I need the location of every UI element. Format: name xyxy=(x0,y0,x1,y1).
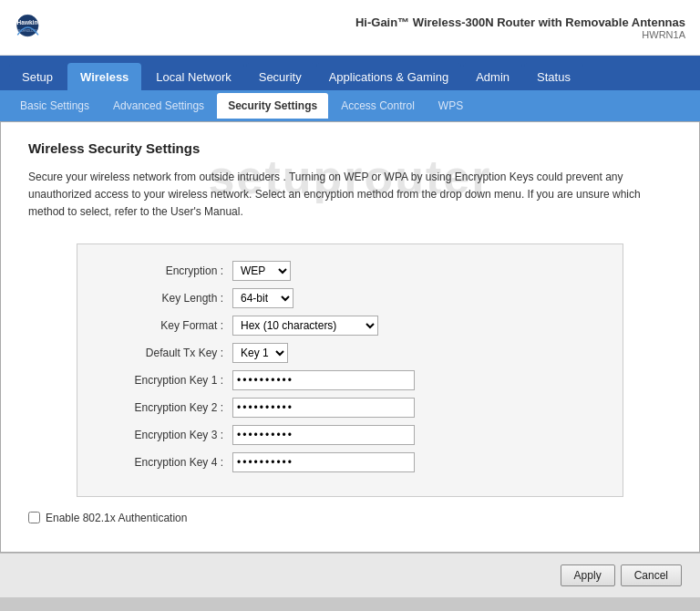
enc-key1-row: Encryption Key 1 : xyxy=(96,370,604,390)
enc-key3-input[interactable] xyxy=(232,425,415,445)
tab-admin[interactable]: Admin xyxy=(463,63,522,90)
device-model: Hi-Gain™ Wireless-300N Router with Remov… xyxy=(355,16,685,29)
page-title: Wireless Security Settings xyxy=(28,140,672,156)
device-sku: HWRN1A xyxy=(355,29,685,40)
default-tx-key-row: Default Tx Key : Key 1 Key 2 Key 3 Key 4 xyxy=(96,343,604,363)
key-length-row: Key Length : 64-bit 128-bit xyxy=(96,288,604,308)
tab-setup[interactable]: Setup xyxy=(9,63,66,90)
tab-advanced-settings[interactable]: Advanced Settings xyxy=(102,93,215,119)
tab-local-network[interactable]: Local Network xyxy=(143,63,243,90)
top-nav: Setup Wireless Local Network Security Ap… xyxy=(0,56,700,90)
svg-point-0 xyxy=(17,15,38,36)
security-form: Encryption : WEP None WPA WPA2 Key Lengt… xyxy=(77,243,623,497)
enc-key2-input[interactable] xyxy=(232,398,415,418)
default-tx-key-label: Default Tx Key : xyxy=(96,347,232,359)
encryption-label: Encryption : xyxy=(96,264,232,277)
enc-key1-input[interactable] xyxy=(232,370,415,390)
key-format-select[interactable]: Hex (10 characters) ASCII (5 characters) xyxy=(232,316,378,336)
enable-8021x-checkbox[interactable] xyxy=(28,512,40,523)
header: HawkinG TECHNOLOGY Hi-Gain™ Wireless-300… xyxy=(0,0,700,56)
tab-wireless[interactable]: Wireless xyxy=(67,63,141,90)
svg-text:HawkinG: HawkinG xyxy=(17,19,43,26)
enc-key4-row: Encryption Key 4 : xyxy=(96,452,604,472)
tab-basic-settings[interactable]: Basic Settings xyxy=(9,93,100,119)
content-area: setuprouter Wireless Security Settings S… xyxy=(0,121,700,553)
enc-key1-label: Encryption Key 1 : xyxy=(96,374,232,387)
enc-key2-label: Encryption Key 2 : xyxy=(96,401,232,414)
tab-applications-gaming[interactable]: Applications & Gaming xyxy=(316,63,462,90)
key-length-label: Key Length : xyxy=(96,292,232,305)
enc-key2-row: Encryption Key 2 : xyxy=(96,398,604,418)
sub-nav: Basic Settings Advanced Settings Securit… xyxy=(0,90,700,121)
description-text: Secure your wireless network from outsid… xyxy=(28,169,672,222)
checkbox-row: Enable 802.1x Authentication xyxy=(28,512,672,524)
encryption-row: Encryption : WEP None WPA WPA2 xyxy=(96,261,604,281)
enc-key3-label: Encryption Key 3 : xyxy=(96,429,232,441)
key-format-row: Key Format : Hex (10 characters) ASCII (… xyxy=(96,316,604,336)
key-format-label: Key Format : xyxy=(96,319,232,332)
tab-wps[interactable]: WPS xyxy=(427,93,474,119)
encryption-select[interactable]: WEP None WPA WPA2 xyxy=(232,261,291,281)
hawking-logo: HawkinG TECHNOLOGY xyxy=(15,9,62,46)
device-info: Hi-Gain™ Wireless-300N Router with Remov… xyxy=(355,16,685,40)
tab-status[interactable]: Status xyxy=(524,63,583,90)
tab-access-control[interactable]: Access Control xyxy=(330,93,426,119)
apply-button[interactable]: Apply xyxy=(561,564,615,586)
enc-key4-input[interactable] xyxy=(232,452,415,472)
default-tx-key-select[interactable]: Key 1 Key 2 Key 3 Key 4 xyxy=(232,343,288,363)
tab-security-settings[interactable]: Security Settings xyxy=(217,93,328,119)
key-length-select[interactable]: 64-bit 128-bit xyxy=(232,288,293,308)
footer-buttons: Apply Cancel xyxy=(0,553,700,597)
enable-8021x-label: Enable 802.1x Authentication xyxy=(46,512,187,524)
enc-key3-row: Encryption Key 3 : xyxy=(96,425,604,445)
enc-key4-label: Encryption Key 4 : xyxy=(96,456,232,469)
logo-area: HawkinG TECHNOLOGY xyxy=(15,9,62,46)
tab-security[interactable]: Security xyxy=(246,63,314,90)
cancel-button[interactable]: Cancel xyxy=(621,564,682,586)
